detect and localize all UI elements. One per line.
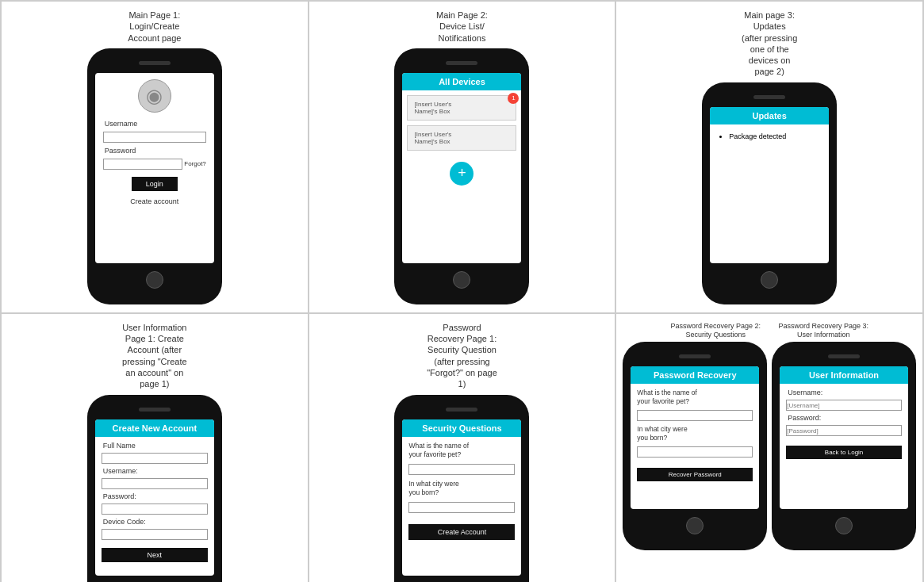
security-form: What is the name ofyour favorite pet? In…	[402, 437, 521, 545]
cell-4-label: User InformationPage 1: CreateAccount (a…	[122, 322, 187, 390]
screen-security-questions: Security Questions What is the name ofyo…	[402, 419, 521, 576]
ca-password-label: Password:	[103, 492, 136, 500]
avatar: ◉	[138, 79, 171, 113]
right-phone-label: Password Recovery Page 3: User Informati…	[772, 322, 875, 340]
phone-speaker-4	[139, 408, 171, 412]
create-account-link[interactable]: Create account	[130, 197, 178, 205]
phone-speaker-3	[753, 95, 785, 99]
update-item: Package detected	[729, 131, 822, 142]
phone-speaker-5	[446, 408, 477, 412]
question-1-text: What is the name ofyour favorite pet?	[408, 442, 515, 459]
phone-security-questions: Security Questions What is the name ofyo…	[394, 395, 529, 582]
user-info-header: User Information	[780, 366, 908, 384]
forgot-link[interactable]: Forgot?	[184, 160, 206, 167]
login-form: ◉ Username Password Forgot? Login Create…	[95, 73, 214, 212]
cell-2-label: Main Page 2:Device List/Notifications	[436, 10, 488, 44]
ui-username-label: Username:	[788, 389, 822, 396]
recover-password-button[interactable]: Recover Password	[637, 468, 753, 481]
cell-device-list: Main Page 2:Device List/Notifications Al…	[309, 1, 616, 313]
phone-speaker	[139, 61, 171, 65]
cell-create-account: User InformationPage 1: CreateAccount (a…	[1, 313, 309, 582]
phone-speaker-2	[446, 61, 477, 65]
question-2-text: In what city wereyou born?	[408, 480, 515, 497]
answer-1-input[interactable]	[408, 464, 515, 475]
user-info-form: Username: Password: Back to Login	[780, 384, 908, 464]
device-code-label: Device Code:	[103, 518, 146, 526]
phone-password-recovery: Password Recovery What is the name ofyou…	[623, 342, 767, 550]
username-label: Username	[105, 120, 138, 128]
left-phone-label: Password Recovery Page 2: Security Quest…	[664, 322, 767, 340]
device-list-header: All Devices	[402, 73, 521, 90]
device-code-input[interactable]	[102, 529, 208, 540]
ca-username-input[interactable]	[102, 478, 208, 489]
fullname-input[interactable]	[102, 453, 208, 464]
screen-create-account: Create New Account Full Name Username: P…	[95, 419, 214, 576]
cell-1-label: Main Page 1:Login/CreateAccount page	[128, 10, 181, 44]
phone-user-info: User Information Username: Password: Bac…	[772, 342, 916, 550]
user-icon: ◉	[146, 85, 163, 107]
ca-username-label: Username:	[103, 467, 138, 475]
screen-updates: Updates Package detected	[710, 107, 829, 263]
updates-header: Updates	[710, 107, 829, 124]
home-button-3[interactable]	[761, 271, 778, 289]
pr-question-1-text: What is the name ofyour favorite pet?	[637, 389, 753, 406]
home-button[interactable]	[146, 271, 163, 289]
password-label: Password	[105, 147, 136, 155]
pr-answer-1-input[interactable]	[637, 410, 753, 421]
password-recovery-form: What is the name ofyour favorite pet? In…	[631, 384, 759, 486]
main-grid: Main Page 1:Login/CreateAccount page ◉ U…	[0, 0, 924, 582]
password-row: Forgot?	[103, 159, 206, 170]
ui-password-label: Password:	[788, 414, 821, 422]
back-to-login-button[interactable]: Back to Login	[786, 446, 902, 459]
cell-login: Main Page 1:Login/CreateAccount page ◉ U…	[1, 1, 309, 313]
create-account-form: Full Name Username: Password: Device Cod…	[95, 437, 214, 567]
create-account-header: Create New Account	[95, 419, 214, 437]
device-1-label: [Insert User'sName]'s Box	[414, 101, 451, 115]
password-input[interactable]	[103, 159, 182, 170]
pr-question-2-text: In what city wereyou born?	[637, 425, 753, 442]
two-column-labels: Password Recovery Page 2: Security Quest…	[623, 322, 916, 340]
cell-updates: Main page 3:Updates(after pressingone of…	[615, 1, 923, 313]
username-input[interactable]	[103, 132, 206, 143]
screen-login: ◉ Username Password Forgot? Login Create…	[95, 73, 214, 263]
home-button-2[interactable]	[453, 271, 470, 289]
next-button[interactable]: Next	[102, 548, 208, 562]
cell-two-phones: Password Recovery Page 2: Security Quest…	[615, 313, 923, 582]
ui-username-input[interactable]	[786, 400, 902, 411]
ca-password-input[interactable]	[102, 504, 208, 515]
phone-updates: Updates Package detected	[702, 82, 837, 304]
screen-user-info: User Information Username: Password: Bac…	[780, 366, 908, 509]
phone-login: ◉ Username Password Forgot? Login Create…	[87, 48, 222, 304]
security-header: Security Questions	[402, 419, 521, 437]
home-button-6b[interactable]	[835, 517, 853, 534]
two-phones-container: Password Recovery What is the name ofyou…	[623, 342, 916, 550]
screen-device-list: All Devices [Insert User'sName]'s Box 1 …	[402, 73, 521, 263]
device-2-label: [Insert User'sName]'s Box	[414, 131, 451, 145]
pr-answer-2-input[interactable]	[637, 446, 753, 458]
cell-security-questions: PasswordRecovery Page 1:Security Questio…	[309, 313, 616, 582]
phone-speaker-6a	[679, 354, 711, 358]
device-item-2[interactable]: [Insert User'sName]'s Box	[407, 125, 516, 151]
updates-list: Package detected	[716, 131, 822, 142]
cell-3-label: Main page 3:Updates(after pressingone of…	[742, 10, 797, 78]
answer-2-input[interactable]	[408, 502, 515, 513]
password-recovery-header: Password Recovery	[631, 366, 759, 384]
phone-create-account: Create New Account Full Name Username: P…	[87, 395, 222, 582]
notification-badge: 1	[508, 93, 519, 104]
fullname-label: Full Name	[103, 442, 136, 450]
cell-5-label: PasswordRecovery Page 1:Security Questio…	[427, 322, 497, 390]
ui-password-input[interactable]	[786, 425, 902, 436]
phone-device-list: All Devices [Insert User'sName]'s Box 1 …	[394, 48, 529, 304]
device-item-1[interactable]: [Insert User'sName]'s Box 1	[407, 95, 516, 121]
phone-speaker-6b	[828, 354, 860, 358]
home-button-6a[interactable]	[686, 517, 704, 534]
create-account-button[interactable]: Create Account	[408, 524, 515, 540]
updates-content: Package detected	[710, 124, 829, 148]
login-button[interactable]: Login	[132, 177, 178, 191]
add-device-button[interactable]: +	[450, 162, 474, 186]
screen-password-recovery: Password Recovery What is the name ofyou…	[631, 366, 759, 509]
device-list-container: [Insert User'sName]'s Box 1 [Insert User…	[402, 90, 521, 190]
